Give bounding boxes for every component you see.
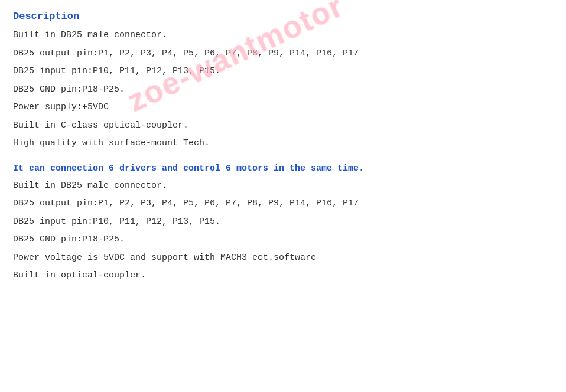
section1-line-6: Built in C-class optical-coupler. [13,119,553,133]
section1-line-3: DB25 input pin:P10, P11, P12, P13, P15. [13,65,553,79]
section1-line-5: Power supply:+5VDC [13,101,553,115]
section1-line-2: DB25 output pin:P1, P2, P3, P4, P5, P6, … [13,47,553,61]
page-container: zoe-wantmotor Description Built in DB25 … [0,0,566,298]
section2-line-4: DB25 GND pin:P18-P25. [13,233,553,247]
section2-line-1: Built in DB25 male connector. [13,179,553,193]
section2-line-6: Built in optical-coupler. [13,269,553,283]
section1-line-1: Built in DB25 male connector. [13,29,553,43]
section2: Built in DB25 male connector. DB25 outpu… [13,179,553,283]
section1-line-4: DB25 GND pin:P18-P25. [13,83,553,97]
section1-title: Description [13,11,553,22]
highlight-text: It can connection 6 drivers and control … [13,164,364,174]
section2-line-2: DB25 output pin:P1, P2, P3, P4, P5, P6, … [13,197,553,211]
section2-line-5: Power voltage is 5VDC and support with M… [13,251,553,265]
section1-line-7: High quality with surface-mount Tech. [13,137,553,151]
section2-line-3: DB25 input pin:P10, P11, P12, P13, P15. [13,215,553,229]
highlight-section: It can connection 6 drivers and control … [13,164,553,174]
